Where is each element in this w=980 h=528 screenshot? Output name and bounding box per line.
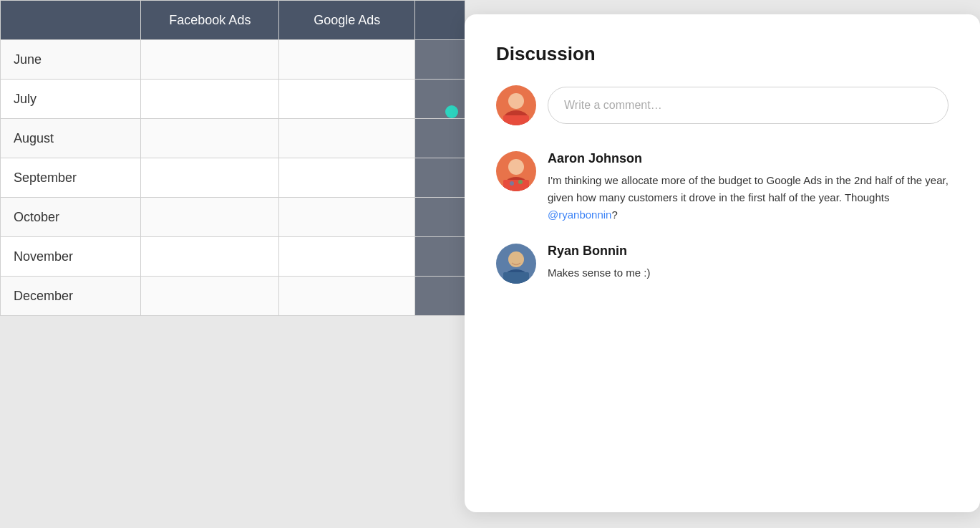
aaron-comment-suffix: ?: [611, 208, 617, 221]
google-cell[interactable]: [279, 158, 415, 198]
svg-point-1: [508, 93, 524, 109]
facebook-cell[interactable]: [141, 40, 279, 80]
table-row: October: [1, 198, 465, 237]
table-row: November: [1, 237, 465, 277]
aaron-comment-text: I'm thinking we allocate more of the bud…: [548, 172, 949, 224]
svg-point-8: [510, 181, 514, 186]
extra-cell: [415, 119, 465, 158]
comment-input-row: [496, 85, 949, 125]
extra-cell: [415, 158, 465, 198]
aaron-comment-body: I'm thinking we allocate more of the bud…: [548, 174, 949, 203]
table-section: Facebook Ads Google Ads JuneJulyAugustSe…: [0, 0, 465, 528]
table-row: December: [1, 277, 465, 316]
month-cell: September: [1, 158, 141, 198]
comment-input[interactable]: [548, 87, 949, 124]
table-row: July: [1, 80, 465, 119]
svg-rect-13: [503, 272, 529, 284]
facebook-cell[interactable]: [141, 158, 279, 198]
facebook-ads-header: Facebook Ads: [141, 1, 279, 40]
google-cell[interactable]: [279, 119, 415, 158]
extra-cell: [415, 40, 465, 80]
google-ads-header: Google Ads: [279, 1, 415, 40]
google-cell[interactable]: [279, 237, 415, 277]
facebook-cell[interactable]: [141, 80, 279, 119]
aaron-avatar: [496, 151, 536, 191]
ryan-avatar: [496, 244, 536, 284]
page-container: Facebook Ads Google Ads JuneJulyAugustSe…: [0, 0, 980, 528]
extra-cell: [415, 198, 465, 237]
svg-point-9: [518, 180, 523, 184]
month-header: [1, 1, 141, 40]
comment-ryan: Ryan Bonnin Makes sense to me :): [496, 244, 949, 284]
table-header-row: Facebook Ads Google Ads: [1, 1, 465, 40]
spreadsheet-table: Facebook Ads Google Ads JuneJulyAugustSe…: [0, 0, 465, 316]
facebook-cell[interactable]: [141, 198, 279, 237]
ryan-comment-text: Makes sense to me :): [548, 264, 949, 282]
month-cell: October: [1, 198, 141, 237]
google-cell[interactable]: [279, 198, 415, 237]
month-cell: November: [1, 237, 141, 277]
month-cell: December: [1, 277, 141, 316]
ryan-comment-content: Ryan Bonnin Makes sense to me :): [548, 244, 949, 282]
table-row: June: [1, 40, 465, 80]
svg-rect-7: [503, 180, 529, 191]
google-cell[interactable]: [279, 40, 415, 80]
current-user-avatar: [496, 85, 536, 125]
table-row: September: [1, 158, 465, 198]
month-cell: August: [1, 119, 141, 158]
comment-aaron: Aaron Johnson I'm thinking we allocate m…: [496, 151, 949, 224]
extra-cell: [415, 277, 465, 316]
discussion-title: Discussion: [496, 43, 949, 65]
table-row: August: [1, 119, 465, 158]
extra-cell: [415, 237, 465, 277]
google-cell[interactable]: [279, 80, 415, 119]
svg-point-5: [508, 159, 524, 175]
aaron-comment-content: Aaron Johnson I'm thinking we allocate m…: [548, 151, 949, 224]
table-body: JuneJulyAugustSeptemberOctoberNovemberDe…: [1, 40, 465, 316]
ryan-author-name: Ryan Bonnin: [548, 244, 949, 259]
google-cell[interactable]: [279, 277, 415, 316]
discussion-panel: Discussion: [465, 14, 980, 512]
svg-rect-3: [503, 115, 529, 125]
facebook-cell[interactable]: [141, 119, 279, 158]
facebook-cell[interactable]: [141, 277, 279, 316]
extra-col-header: [415, 1, 465, 40]
month-cell: July: [1, 80, 141, 119]
aaron-author-name: Aaron Johnson: [548, 151, 949, 166]
facebook-cell[interactable]: [141, 237, 279, 277]
month-cell: June: [1, 40, 141, 80]
mention-ryanbonnin[interactable]: @ryanbonnin: [548, 208, 611, 221]
teal-dot-indicator: [445, 105, 458, 118]
